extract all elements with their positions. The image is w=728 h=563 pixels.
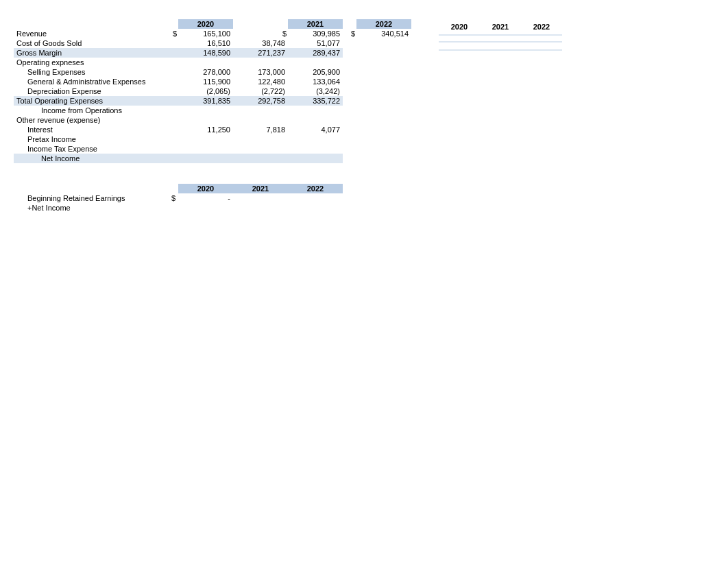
income-label-1: Cost of Goods Sold	[14, 38, 165, 48]
retained-val-0-0: -	[178, 193, 233, 203]
income-val-6-1: (2,722)	[233, 86, 288, 96]
income-val-12-0	[178, 144, 233, 154]
common-val-13-0	[439, 49, 480, 51]
income-val-8-0	[178, 106, 233, 115]
income-val-3-2	[288, 58, 343, 67]
income-val-4-0: 278,000	[178, 67, 233, 77]
income-val-1-0: 16,510	[178, 38, 233, 48]
income-val-11-0	[178, 134, 233, 144]
retained-earnings-section: 2020 2021 2022 Beginning Retained Earnin…	[14, 184, 714, 213]
common-year-2021: 2021	[480, 22, 521, 32]
income-val-10-2: 4,077	[288, 125, 343, 134]
ret-year-2020: 2020	[178, 184, 233, 193]
income-val-7-0: 391,835	[178, 96, 233, 106]
income-label-11: Pretax Income	[14, 134, 165, 144]
retained-label-1: +Net Income	[14, 203, 165, 213]
retained-val-1-0	[178, 203, 233, 213]
year-header-2020: 2020	[178, 19, 233, 29]
income-label-0: Revenue	[14, 29, 165, 38]
income-label-13: Net Income	[14, 154, 165, 163]
income-val-13-0	[178, 154, 233, 163]
income-val-4-2: 205,900	[288, 67, 343, 77]
income-label-7: Total Operating Expenses	[14, 96, 165, 106]
income-val-6-0: (2,065)	[178, 86, 233, 96]
income-val-11-2	[288, 134, 343, 144]
income-val-3-0	[178, 58, 233, 67]
income-val-3-1	[233, 58, 288, 67]
income-val-1-2: 51,077	[288, 38, 343, 48]
ret-year-2021: 2021	[233, 184, 288, 193]
income-val-5-2: 133,064	[288, 77, 343, 86]
common-year-2022: 2022	[521, 22, 562, 32]
retained-val-1-1	[233, 203, 288, 213]
common-year-2020: 2020	[439, 22, 480, 32]
income-val-2-0: 148,590	[178, 48, 233, 58]
income-val-8-2	[288, 106, 343, 115]
income-table: 2020 2021 2022 Revenue$165,100$309,985$3…	[14, 19, 411, 163]
income-val-5-1: 122,480	[233, 77, 288, 86]
income-val-9-2	[288, 115, 343, 125]
income-val-10-1: 7,818	[233, 125, 288, 134]
income-label-6: Depreciation Expense	[14, 86, 165, 96]
income-val-12-2	[288, 144, 343, 154]
income-label-12: Income Tax Expense	[14, 144, 165, 154]
income-val-11-1	[233, 134, 288, 144]
income-val-2-2: 289,437	[288, 48, 343, 58]
income-val-4-1: 173,000	[233, 67, 288, 77]
income-val-1-1: 38,748	[233, 38, 288, 48]
ret-year-2022: 2022	[288, 184, 343, 193]
income-val-12-1	[233, 144, 288, 154]
retained-val-0-2	[288, 193, 343, 203]
year-header-2022: 2022	[356, 19, 411, 29]
retained-val-1-2	[288, 203, 343, 213]
income-label-9: Other revenue (expense)	[14, 115, 165, 125]
income-label-4: Selling Expenses	[14, 67, 165, 77]
income-label-3: Operating expneses	[14, 58, 165, 67]
income-label-5: General & Administrative Expenses	[14, 77, 165, 86]
income-val-13-1	[233, 154, 288, 163]
income-val-8-1	[233, 106, 288, 115]
income-label-2: Gross Margin	[14, 48, 165, 58]
income-val-7-2: 335,722	[288, 96, 343, 106]
retained-label-0: Beginning Retained Earnings	[14, 193, 165, 203]
income-val-7-1: 292,758	[233, 96, 288, 106]
income-label-8: Income from Operations	[14, 106, 165, 115]
page-container: 2020 2021 2022 Revenue$165,100$309,985$3…	[14, 19, 714, 213]
income-val-5-0: 115,900	[178, 77, 233, 86]
income-val-9-0	[178, 115, 233, 125]
income-statement-section: 2020 2021 2022 Revenue$165,100$309,985$3…	[14, 19, 714, 163]
income-val-6-2: (3,242)	[288, 86, 343, 96]
common-val-13-2	[521, 49, 562, 51]
year-header-2021: 2021	[288, 19, 343, 29]
common-sized-section: 2020 2021 2022	[439, 19, 562, 163]
income-val-2-1: 271,237	[233, 48, 288, 58]
income-val-13-2	[288, 154, 343, 163]
income-val-9-1	[233, 115, 288, 125]
income-label-10: Interest	[14, 125, 165, 134]
income-val-10-0: 11,250	[178, 125, 233, 134]
common-val-13-1	[480, 49, 521, 51]
retained-val-0-1	[233, 193, 288, 203]
